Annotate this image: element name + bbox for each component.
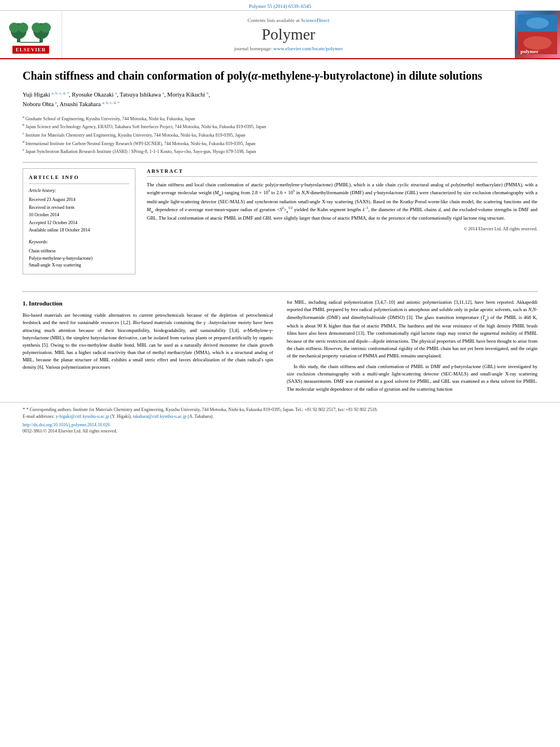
elsevier-label: ELSEVIER: [12, 46, 50, 54]
svg-text:polymer: polymer: [520, 49, 539, 54]
body-para-r1: for MBL, including radical polymerizatio…: [287, 299, 537, 360]
keywords-list: Chain stiffness Poly(α-methylene-γ-butyr…: [29, 248, 129, 269]
footer-note: * * Corresponding authors. Institute for…: [23, 406, 537, 421]
section-divider-1: [23, 162, 537, 163]
sciencedirect-line: Contents lists available at ScienceDirec…: [248, 18, 330, 23]
available-date: Available online 18 October 2014: [29, 228, 90, 233]
svg-point-3: [18, 23, 28, 33]
received-date: Received 23 August 2014 Received in revi…: [29, 196, 129, 234]
affil-a: a Graduate School of Engineering, Kyushu…: [23, 114, 537, 123]
svg-point-13: [523, 36, 552, 50]
abstract-text: The chain stiffness and local chain conf…: [147, 181, 537, 222]
author-ohta: Noboru Ohta e: [23, 101, 57, 107]
svg-point-11: [526, 18, 549, 29]
footer-corresponding: * Corresponding authors. Institute for M…: [27, 407, 378, 412]
sciencedirect-link[interactable]: ScienceDirect: [301, 18, 329, 23]
journal-cover-image: polymer: [515, 11, 560, 58]
article-info-heading: ARTICLE INFO: [29, 173, 129, 184]
keyword-2: Poly(α-methylene-γ-butyrolactone): [29, 256, 93, 261]
article-info-box: ARTICLE INFO Article history: Received 2…: [23, 168, 135, 274]
keywords-section: Keywords: Chain stiffness Poly(α-methyle…: [29, 239, 129, 269]
keywords-label: Keywords:: [29, 239, 129, 246]
affil-e: e Japan Synchrotron Radiation Research I…: [23, 147, 537, 155]
revised-date: 10 October 2014: [29, 212, 59, 217]
footer-email-label: E-mail addresses:: [23, 414, 55, 419]
footer-email2-name: (A. Takahara).: [187, 414, 213, 419]
abstract-heading: ABSTRACT: [147, 168, 537, 177]
keyword-3: Small-angle X-ray scattering: [29, 263, 81, 268]
author-ishikawa: Tatsuya Ishikawa a: [120, 91, 164, 98]
footer-email2[interactable]: takahara@cstf.kyushu-u.ac.jp: [133, 414, 186, 419]
gamma-symbol: γ: [315, 69, 320, 82]
elsevier-logo-block: ELSEVIER: [0, 11, 62, 58]
svg-point-6: [32, 23, 42, 33]
footer-doi[interactable]: http://dx.doi.org/10.1016/j.polymer.2014…: [23, 422, 537, 427]
footnote-star: *: [23, 407, 25, 412]
author-higaki: Yuji Higaki a, b, c, d, *: [23, 91, 69, 98]
homepage-text: journal homepage:: [234, 46, 272, 51]
footer: * * Corresponding authors. Institute for…: [0, 402, 560, 436]
svg-point-2: [9, 23, 19, 33]
homepage-url[interactable]: www.elsevier.com/locate/polymer: [273, 46, 343, 51]
article-info-abstract-row: ARTICLE INFO Article history: Received 2…: [23, 168, 537, 280]
history-label: Article history:: [29, 187, 129, 195]
contents-text: Contents lists available at: [248, 18, 300, 23]
body-section-divider: [23, 291, 537, 292]
page: Polymer 55 (2014) 6539–6545 ELSEVIER Con…: [0, 0, 560, 747]
body-col-right: for MBL, including radical polymerizatio…: [287, 299, 537, 396]
affil-d: d International Institute for Carbon-Neu…: [23, 139, 537, 147]
intro-section-title: 1. Introduction: [23, 299, 273, 308]
elsevier-tree-icon: [8, 15, 54, 43]
abstract-column: ABSTRACT The chain stiffness and local c…: [147, 168, 537, 280]
journal-cover-graphic: polymer: [518, 15, 557, 54]
author-kikuchi: Moriya Kikuchi b: [167, 91, 209, 98]
footer-issn: 0032-3861/© 2014 Elsevier Ltd. All right…: [23, 429, 537, 434]
footer-email1-name: (Y. Higaki),: [110, 414, 132, 419]
affil-b: b Japan Science and Technology Agency, E…: [23, 122, 537, 130]
journal-name: Polymer: [262, 25, 316, 43]
article-info-column: ARTICLE INFO Article history: Received 2…: [23, 168, 135, 280]
top-bar: Polymer 55 (2014) 6539–6545: [0, 0, 560, 11]
affil-c: c Institute for Materials Chemistry and …: [23, 130, 537, 139]
svg-point-7: [41, 23, 51, 33]
intro-para-1: Bio-based materials are becoming viable …: [23, 312, 273, 371]
journal-homepage: journal homepage: www.elsevier.com/locat…: [234, 46, 343, 51]
affiliations: a Graduate School of Engineering, Kyushu…: [23, 114, 537, 155]
main-content: ✓ CrossMark Chain stiffness and chain co…: [0, 59, 560, 291]
footer-email1[interactable]: y-higaki@cstf.kyushu-u.ac.jp: [56, 414, 110, 419]
keyword-1: Chain stiffness: [29, 248, 56, 254]
journal-header: ELSEVIER Contents lists available at Sci…: [0, 11, 560, 59]
body-col-left: 1. Introduction Bio-based materials are …: [23, 299, 273, 396]
journal-center: Contents lists available at ScienceDirec…: [62, 11, 515, 58]
body-two-col: 1. Introduction Bio-based materials are …: [0, 299, 560, 396]
article-title: Chain stiffness and chain conformation o…: [23, 68, 537, 83]
accepted-date: Accepted 12 October 2014: [29, 220, 77, 225]
revised-label: Received in revised form: [29, 205, 75, 210]
body-para-r2: In this study, the chain stiffness and c…: [287, 363, 537, 393]
author-takahara: Atsushi Takahara a, b, c, d, *: [60, 101, 120, 107]
copyright-line: © 2014 Elsevier Ltd. All rights reserved…: [147, 226, 537, 231]
journal-citation: Polymer 55 (2014) 6539–6545: [249, 3, 312, 9]
authors: Yuji Higaki a, b, c, d, *, Ryosuke Okaza…: [23, 90, 537, 110]
author-okazaki: Ryosuke Okazaki a: [72, 91, 117, 98]
alpha-symbol: α: [252, 69, 258, 82]
